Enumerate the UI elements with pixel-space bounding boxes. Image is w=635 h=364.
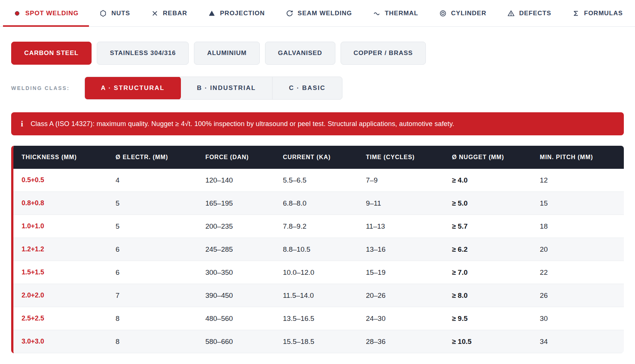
cell-current: 15.5–18.5	[275, 338, 358, 346]
cell-thickness: 1.5+1.5	[13, 268, 108, 276]
cell-pitch: 22	[532, 268, 624, 277]
cell-current: 11.5–14.0	[275, 291, 358, 300]
cell-force: 390–450	[197, 291, 275, 300]
column-header-nugget: Ø NUGGET (MM)	[444, 154, 532, 161]
warning-icon	[507, 10, 515, 17]
table-body: 0.5+0.54120–1405.5–6.57–9≥ 4.0120.8+0.85…	[13, 169, 624, 353]
class-segment-c[interactable]: C · BASIC	[272, 77, 342, 99]
column-header-force: FORCE (DAN)	[197, 154, 275, 161]
cell-time: 13–16	[358, 245, 444, 254]
cell-nugget: ≥ 4.0	[444, 176, 532, 184]
cell-thickness: 2.5+2.5	[13, 315, 108, 322]
table-row: 2.5+2.58480–56013.5–16.524–30≥ 9.530	[13, 307, 624, 330]
welding-class-label: WELDING CLASS:	[11, 85, 70, 91]
cell-time: 7–9	[358, 176, 444, 184]
cell-thickness: 2.0+2.0	[13, 291, 108, 299]
cell-electrode: 6	[108, 245, 197, 254]
cell-pitch: 12	[532, 176, 624, 184]
material-button-galvanised[interactable]: GALVANISED	[265, 42, 335, 65]
cell-force: 580–660	[197, 338, 275, 346]
material-button-carbon-steel[interactable]: CARBON STEEL	[11, 42, 92, 65]
cell-thickness: 0.5+0.5	[13, 176, 108, 184]
nav-tab-spot-welding[interactable]: SPOT WELDING	[3, 0, 89, 26]
table-row: 3.0+3.08580–66015.5–18.528–36≥ 10.534	[13, 330, 624, 353]
nav-tab-defects[interactable]: DEFECTS	[497, 0, 562, 26]
cell-nugget: ≥ 6.2	[444, 245, 532, 254]
material-button-aluminium[interactable]: ALUMINIUM	[194, 42, 259, 65]
nav-tab-formulas[interactable]: FORMULAS	[562, 0, 633, 26]
material-button-copper-brass[interactable]: COPPER / BRASS	[341, 42, 426, 65]
cell-nugget: ≥ 5.7	[444, 222, 532, 231]
cell-electrode: 6	[108, 268, 197, 277]
nav-tab-rebar[interactable]: REBAR	[141, 0, 198, 26]
nav-tab-projection[interactable]: PROJECTION	[198, 0, 275, 26]
info-banner-text: Class A (ISO 14327): maximum quality. Nu…	[31, 120, 454, 128]
cell-current: 6.8–8.0	[275, 199, 358, 207]
cell-pitch: 20	[532, 245, 624, 254]
cell-time: 24–30	[358, 315, 444, 323]
rotate-arrow-icon	[286, 10, 293, 17]
column-header-pitch: MIN. PITCH (MM)	[532, 154, 624, 161]
table-row: 1.0+1.05200–2357.8–9.211–13≥ 5.718	[13, 215, 624, 238]
cell-electrode: 4	[108, 176, 197, 184]
table-row: 1.5+1.56300–35010.0–12.015–19≥ 7.022	[13, 261, 624, 284]
cell-thickness: 0.8+0.8	[13, 199, 108, 207]
hexagon-icon	[99, 10, 107, 17]
cell-pitch: 34	[532, 338, 624, 346]
nav-tab-label: SEAM WELDING	[298, 10, 352, 17]
nav-tab-thermal[interactable]: THERMAL	[363, 0, 429, 26]
cell-time: 11–13	[358, 222, 444, 231]
cell-electrode: 7	[108, 291, 197, 300]
cell-force: 300–350	[197, 268, 275, 277]
nav-tab-seam-welding[interactable]: SEAM WELDING	[275, 0, 363, 26]
cell-nugget: ≥ 9.5	[444, 315, 532, 323]
cell-pitch: 15	[532, 199, 624, 207]
info-icon: i	[21, 120, 23, 128]
material-button-stainless-304-316[interactable]: STAINLESS 304/316	[97, 42, 189, 65]
cell-nugget: ≥ 7.0	[444, 268, 532, 277]
cell-electrode: 5	[108, 222, 197, 231]
cell-electrode: 8	[108, 315, 197, 323]
cell-electrode: 5	[108, 199, 197, 207]
table-row: 0.5+0.54120–1405.5–6.57–9≥ 4.012	[13, 169, 624, 192]
class-segment-b[interactable]: B · INDUSTRIAL	[181, 77, 272, 99]
nav-tab-label: NUTS	[111, 10, 130, 17]
nav-tab-label: THERMAL	[385, 10, 418, 17]
cell-force: 245–285	[197, 245, 275, 254]
info-banner: i Class A (ISO 14327): maximum quality. …	[11, 112, 624, 135]
column-header-thickness: THICKNESS (MM)	[13, 154, 108, 161]
triangle-icon	[208, 10, 216, 17]
cell-time: 28–36	[358, 338, 444, 346]
class-segment-a[interactable]: A · STRUCTURAL	[84, 77, 181, 100]
cell-force: 120–140	[197, 176, 275, 184]
cell-force: 165–195	[197, 199, 275, 207]
nav-tab-label: DEFECTS	[519, 10, 551, 17]
cell-thickness: 3.0+3.0	[13, 338, 108, 345]
table-row: 1.2+1.26245–2858.8–10.513–16≥ 6.220	[13, 238, 624, 261]
cell-nugget: ≥ 5.0	[444, 199, 532, 207]
table-row: 2.0+2.07390–45011.5–14.020–26≥ 8.026	[13, 284, 624, 307]
cell-pitch: 18	[532, 222, 624, 231]
column-header-electrode: Ø ELECTR. (MM)	[108, 154, 197, 161]
cell-nugget: ≥ 10.5	[444, 338, 532, 346]
welding-class-segmented-control: A · STRUCTURALB · INDUSTRIALC · BASIC	[84, 77, 342, 100]
nav-tab-cylinder[interactable]: CYLINDER	[429, 0, 497, 26]
cell-nugget: ≥ 8.0	[444, 291, 532, 300]
cell-current: 5.5–6.5	[275, 176, 358, 184]
cell-thickness: 1.0+1.0	[13, 222, 108, 230]
cell-pitch: 30	[532, 315, 624, 323]
cell-current: 7.8–9.2	[275, 222, 358, 231]
table-row: 0.8+0.85165–1956.8–8.09–11≥ 5.015	[13, 192, 624, 215]
cross-icon	[151, 10, 159, 17]
cell-force: 480–560	[197, 315, 275, 323]
cell-pitch: 26	[532, 291, 624, 300]
nav-tab-nuts[interactable]: NUTS	[89, 0, 140, 26]
sigma-icon	[572, 10, 580, 17]
main-nav: SPOT WELDINGNUTSREBARPROJECTIONSEAM WELD…	[0, 0, 635, 27]
cell-time: 15–19	[358, 268, 444, 277]
nav-tab-label: REBAR	[163, 10, 187, 17]
cell-current: 8.8–10.5	[275, 245, 358, 254]
tilde-icon	[373, 10, 380, 17]
nav-tab-label: CYLINDER	[451, 10, 486, 17]
material-selector: CARBON STEELSTAINLESS 304/316ALUMINIUMGA…	[0, 42, 635, 65]
